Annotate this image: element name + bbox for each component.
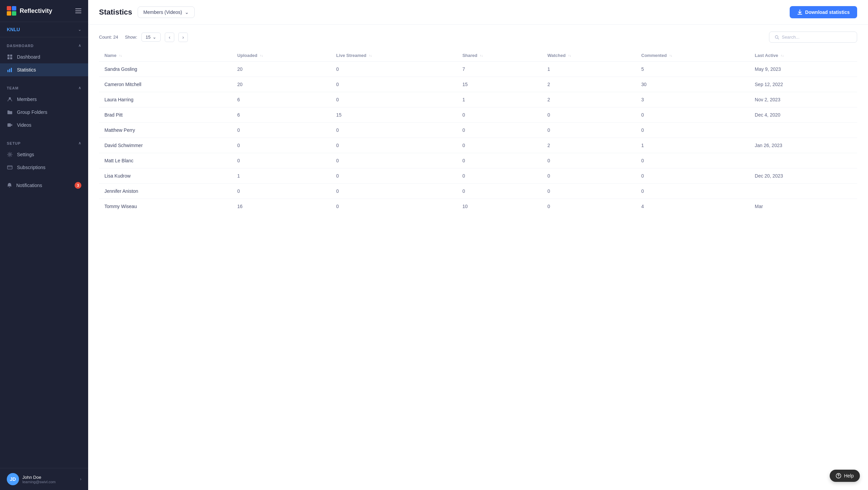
next-page-button[interactable]: ›: [178, 33, 188, 42]
dashboard-section-header: DASHBOARD ∧: [0, 41, 88, 50]
sidebar: Reflectivity KNLU ⌄ DASHBOARD ∧ Dashboar…: [0, 0, 88, 490]
hamburger-icon[interactable]: [75, 8, 81, 13]
table-area: Count: 24 Show: 15 ⌄ ‹ › Name ↑↓: [88, 25, 868, 490]
search-box[interactable]: [769, 32, 857, 43]
table-row[interactable]: Laura Harring 6 0 1 2 3 Nov 2, 2023: [99, 92, 857, 107]
org-chevron-icon: ⌄: [78, 27, 81, 32]
cell-live-streamed: 0: [331, 77, 457, 92]
avatar: JD: [7, 473, 19, 485]
cell-shared: 15: [457, 77, 542, 92]
svg-rect-1: [12, 6, 16, 11]
cell-uploaded: 16: [232, 199, 331, 214]
cell-watched: 0: [542, 184, 636, 199]
cell-commented: 0: [636, 107, 749, 123]
members-icon: [7, 96, 13, 102]
download-button[interactable]: Download statistics: [790, 6, 857, 18]
show-select[interactable]: 15 ⌄: [141, 33, 161, 42]
table-row[interactable]: Matthew Perry 0 0 0 0 0: [99, 123, 857, 138]
cell-uploaded: 6: [232, 92, 331, 107]
user-name: John Doe: [22, 475, 77, 480]
org-section[interactable]: KNLU ⌄: [0, 22, 88, 37]
user-footer[interactable]: JD John Doe learning@swivl.com ›: [0, 468, 88, 490]
svg-point-17: [838, 477, 839, 477]
col-live-streamed[interactable]: Live Streamed ↑↓: [331, 49, 457, 62]
col-uploaded[interactable]: Uploaded ↑↓: [232, 49, 331, 62]
svg-rect-6: [7, 57, 9, 59]
svg-rect-12: [7, 123, 11, 127]
sidebar-item-dashboard[interactable]: Dashboard: [0, 50, 88, 63]
cell-live-streamed: 0: [331, 123, 457, 138]
team-section: TEAM ∧ Members Group Folders Videos: [0, 80, 88, 135]
cell-live-streamed: 0: [331, 168, 457, 184]
table-row[interactable]: Tommy Wiseau 16 0 10 0 4 Mar: [99, 199, 857, 214]
sidebar-item-group-folders[interactable]: Group Folders: [0, 106, 88, 119]
table-row[interactable]: Sandra Gosling 20 0 7 1 5 May 9, 2023: [99, 62, 857, 77]
cell-shared: 1: [457, 92, 542, 107]
cell-commented: 0: [636, 153, 749, 168]
subscriptions-icon: [7, 164, 13, 170]
svg-rect-14: [7, 166, 12, 169]
cell-watched: 0: [542, 153, 636, 168]
col-commented[interactable]: Commented ↑↓: [636, 49, 749, 62]
svg-rect-4: [7, 55, 9, 57]
table-controls: Count: 24 Show: 15 ⌄ ‹ ›: [99, 32, 857, 43]
user-chevron-icon: ›: [80, 477, 81, 482]
sidebar-item-statistics[interactable]: Statistics: [0, 63, 88, 76]
dashboard-label: Dashboard: [17, 54, 40, 60]
logo[interactable]: Reflectivity: [7, 6, 52, 16]
main-header: Statistics Members (Videos) ⌄ Download s…: [88, 0, 868, 25]
svg-rect-2: [7, 11, 11, 16]
col-name[interactable]: Name ↑↓: [99, 49, 232, 62]
table-row[interactable]: Lisa Kudrow 1 0 0 0 0 Dec 20, 2023: [99, 168, 857, 184]
cell-name: Matthew Perry: [99, 123, 232, 138]
cell-shared: 0: [457, 184, 542, 199]
cell-name: Jennifer Aniston: [99, 184, 232, 199]
filter-chevron-icon: ⌄: [185, 9, 189, 15]
cell-last-active: Mar: [749, 199, 857, 214]
table-row[interactable]: David Schwimmer 0 0 0 2 1 Jan 26, 2023: [99, 138, 857, 153]
notifications-badge: 3: [75, 182, 81, 189]
table-row[interactable]: Brad Pitt 6 15 0 0 0 Dec 4, 2020: [99, 107, 857, 123]
sidebar-item-subscriptions[interactable]: Subscriptions: [0, 161, 88, 174]
videos-icon: [7, 122, 13, 128]
sort-uploaded-icon: ↑↓: [260, 54, 263, 57]
cell-shared: 0: [457, 168, 542, 184]
col-last-active[interactable]: Last Active ↑↓: [749, 49, 857, 62]
prev-page-button[interactable]: ‹: [165, 33, 174, 42]
cell-shared: 0: [457, 123, 542, 138]
cell-uploaded: 1: [232, 168, 331, 184]
cell-uploaded: 6: [232, 107, 331, 123]
search-input[interactable]: [782, 35, 851, 40]
logo-icon: [7, 6, 16, 16]
cell-commented: 5: [636, 62, 749, 77]
folder-icon: [7, 109, 13, 115]
dashboard-section: DASHBOARD ∧ Dashboard Statistics: [0, 37, 88, 80]
col-shared[interactable]: Shared ↑↓: [457, 49, 542, 62]
table-row[interactable]: Matt Le Blanc 0 0 0 0 0: [99, 153, 857, 168]
user-email: learning@swivl.com: [22, 480, 77, 484]
sidebar-item-notifications[interactable]: Notifications 3: [0, 179, 88, 192]
statistics-icon: [7, 67, 13, 73]
table-row[interactable]: Jennifer Aniston 0 0 0 0 0: [99, 184, 857, 199]
svg-rect-9: [9, 69, 10, 72]
sidebar-item-members[interactable]: Members: [0, 93, 88, 106]
cell-shared: 0: [457, 107, 542, 123]
notifications-label: Notifications: [16, 183, 42, 188]
settings-label: Settings: [17, 152, 34, 157]
show-value: 15: [146, 35, 151, 40]
cell-live-streamed: 0: [331, 199, 457, 214]
cell-name: Matt Le Blanc: [99, 153, 232, 168]
col-watched[interactable]: Watched ↑↓: [542, 49, 636, 62]
sort-watched-icon: ↑↓: [568, 54, 571, 57]
filter-dropdown[interactable]: Members (Videos) ⌄: [138, 6, 195, 18]
cell-name: Brad Pitt: [99, 107, 232, 123]
sidebar-item-videos[interactable]: Videos: [0, 119, 88, 131]
help-button[interactable]: Help: [830, 470, 860, 482]
table-row[interactable]: Cameron Mitchell 20 0 15 2 30 Sep 12, 20…: [99, 77, 857, 92]
dashboard-icon: [7, 54, 13, 60]
cell-last-active: [749, 153, 857, 168]
sidebar-header: Reflectivity: [0, 0, 88, 22]
cell-name: Cameron Mitchell: [99, 77, 232, 92]
cell-name: Laura Harring: [99, 92, 232, 107]
sidebar-item-settings[interactable]: Settings: [0, 148, 88, 161]
